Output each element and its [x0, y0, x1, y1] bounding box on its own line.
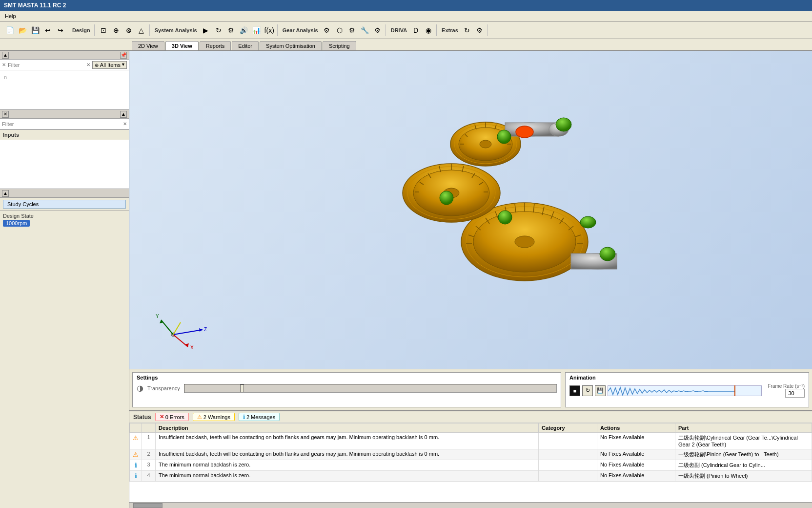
filter-input[interactable] [8, 62, 84, 68]
svg-point-53 [580, 216, 596, 228]
redo-button[interactable]: ↪ [55, 24, 66, 36]
sa-tool-3[interactable]: ⚙ [225, 24, 237, 36]
svg-point-42 [480, 140, 491, 148]
filter-clear-x[interactable]: ✕ [86, 62, 90, 67]
col-num [142, 423, 156, 433]
ga-tool-5[interactable]: ⚙ [372, 24, 384, 36]
table-row: ⚠ 1 Insufficient backlash, teeth will be… [130, 433, 812, 449]
collapse-panel-btn[interactable]: ▲ [120, 111, 127, 118]
driva-tool-2[interactable]: ◉ [423, 24, 434, 36]
inputs-area [0, 140, 129, 189]
row-type-icon: ℹ [130, 460, 142, 471]
driva-tool-1[interactable]: D [410, 24, 422, 36]
anim-record-button[interactable]: 💾 [595, 385, 606, 396]
tree-area[interactable]: n [0, 70, 129, 109]
ga-tool-1[interactable]: ⚙ [321, 24, 333, 36]
driva-section: DRIVA D ◉ [387, 24, 437, 36]
frame-rate-input[interactable] [785, 389, 805, 398]
transparency-row: ◑ Transparency [137, 383, 557, 393]
study-cycles-section: Study Cycles [0, 198, 129, 211]
row-part: 二级齿副 (Cylindrical Gear to Cylin... [675, 460, 812, 471]
design-tool-4[interactable]: △ [136, 24, 147, 36]
filter-clear-icon[interactable]: ✕ [2, 62, 6, 67]
messages-badge[interactable]: ℹ 2 Messages [239, 413, 280, 421]
col-description[interactable]: Description [156, 423, 539, 433]
col-actions[interactable]: Actions [597, 423, 675, 433]
warnings-badge[interactable]: ⚠ 2 Warnings [193, 413, 235, 421]
gear-analysis-section: Gear Analysis ⚙ ⬡ ⚙ 🔧 ⚙ [279, 24, 386, 36]
tabbar: 2D View 3D View Reports Editor System Op… [0, 39, 812, 51]
design-tool-1[interactable]: ⊡ [98, 24, 109, 36]
table-row: ℹ 4 The minimum normal backlash is zero.… [130, 471, 812, 482]
svg-point-51 [600, 247, 615, 261]
ga-tool-3[interactable]: ⚙ [346, 24, 358, 36]
sa-tool-4[interactable]: 🔊 [238, 24, 250, 36]
design-state-value[interactable]: 1000rpm [3, 220, 30, 227]
scroll-thumb[interactable] [133, 503, 162, 508]
status-title: Status [133, 414, 151, 421]
row-number: 4 [142, 471, 156, 482]
spacer-collapse[interactable]: ▲ [2, 190, 9, 197]
anim-waveform[interactable] [608, 385, 762, 396]
transparency-thumb[interactable] [240, 384, 244, 392]
sa-tool-5[interactable]: 📊 [251, 24, 263, 36]
errors-badge[interactable]: ✕ 0 Errors [155, 413, 189, 421]
status-table-container[interactable]: Description Category Actions Part ⚠ 1 In… [129, 423, 812, 502]
row-part: 二级齿轮副\Cylindrical Gear (Gear Te...\Cylin… [675, 433, 812, 449]
tab-2d-view[interactable]: 2D View [132, 41, 164, 50]
close-panel-btn[interactable]: ✕ [2, 111, 9, 118]
new-button[interactable]: 📄 [4, 24, 16, 36]
sa-tool-2[interactable]: ↻ [213, 24, 224, 36]
messages-count: 2 [246, 414, 249, 420]
ga-tool-4[interactable]: 🔧 [359, 24, 371, 36]
design-tool-3[interactable]: ⊗ [123, 24, 135, 36]
row-type-icon: ⚠ [130, 449, 142, 460]
second-filter-input[interactable] [2, 121, 121, 127]
col-part[interactable]: Part [675, 423, 812, 433]
spacer-panel: ▲ [0, 189, 129, 198]
svg-text:X: X [190, 345, 194, 350]
info-icon: ℹ [243, 414, 245, 420]
menubar: Help [0, 11, 812, 21]
sa-tool-6[interactable]: f(x) [264, 24, 275, 36]
extras-tool-2[interactable]: ⚙ [474, 24, 486, 36]
study-cycles-button[interactable]: Study Cycles [3, 200, 126, 209]
frame-rate-label: Frame Rate (s⁻¹) [768, 383, 805, 389]
undo-button[interactable]: ↩ [42, 24, 54, 36]
menu-help[interactable]: Help [2, 12, 19, 20]
sa-tool-1[interactable]: ▶ [200, 24, 212, 36]
table-row: ⚠ 2 Insufficient backlash, teeth will be… [130, 449, 812, 460]
tab-editor[interactable]: Editor [232, 41, 259, 50]
svg-point-46 [516, 126, 533, 138]
col-category[interactable]: Category [539, 423, 597, 433]
table-row: ℹ 3 The minimum normal backlash is zero.… [130, 460, 812, 471]
animation-controls: ■ ↻ 💾 Frame Rate (s⁻¹) [569, 383, 805, 398]
messages-label: Messages [251, 414, 275, 420]
extras-tool-1[interactable]: ↻ [461, 24, 473, 36]
left-panel: ▲ 📌 ✕ ✕ ⊕ All Items ▼ n ✕ ▲ [0, 51, 129, 508]
transparency-icon: ◑ [137, 383, 143, 393]
svg-point-50 [497, 130, 511, 144]
panel-pin-btn[interactable]: 📌 [120, 52, 127, 59]
tab-3d-view[interactable]: 3D View [165, 41, 199, 50]
viewport-3d[interactable]: X Y Z [129, 51, 812, 369]
tab-reports[interactable]: Reports [200, 41, 231, 50]
anim-loop-button[interactable]: ↻ [582, 385, 593, 396]
anim-stop-button[interactable]: ■ [569, 385, 580, 396]
ga-tool-2[interactable]: ⬡ [334, 24, 345, 36]
transparency-slider[interactable] [184, 384, 557, 393]
system-analysis-label: System Analysis [153, 27, 199, 33]
design-tool-2[interactable]: ⊕ [110, 24, 122, 36]
horizontal-scrollbar[interactable] [129, 502, 812, 508]
row-actions: No Fixes Available [597, 449, 675, 460]
filter-section: ▲ 📌 ✕ ✕ ⊕ All Items ▼ n [0, 51, 129, 110]
second-filter-clear[interactable]: ✕ [123, 121, 127, 127]
save-button[interactable]: 💾 [29, 24, 41, 36]
tab-system-optimisation[interactable]: System Optimisation [260, 41, 322, 50]
tab-scripting[interactable]: Scripting [323, 41, 356, 50]
filter-dropdown[interactable]: ⊕ All Items ▼ [92, 61, 127, 69]
open-button[interactable]: 📂 [17, 24, 28, 36]
toolbar: 📄 📂 💾 ↩ ↪ Design ⊡ ⊕ ⊗ △ System Analysis… [0, 21, 812, 39]
panel-collapse-btn[interactable]: ▲ [2, 52, 9, 59]
design-label: Design [70, 27, 92, 33]
